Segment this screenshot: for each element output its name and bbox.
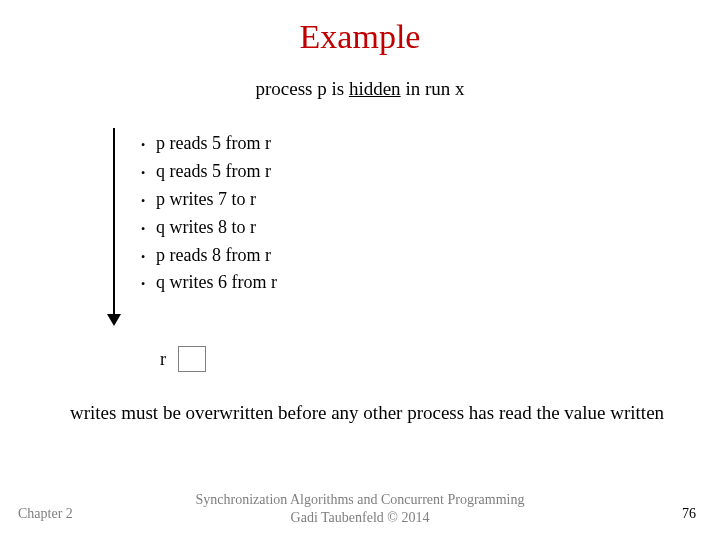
bullet-text: p writes 7 to r — [156, 186, 256, 214]
bullet-icon: • — [130, 220, 156, 239]
bullet-icon: • — [130, 248, 156, 267]
footer-line1: Synchronization Algorithms and Concurren… — [0, 491, 720, 509]
timeline-axis — [113, 128, 115, 316]
bullet-text: q reads 5 from r — [156, 158, 271, 186]
bullet-text: q writes 8 to r — [156, 214, 256, 242]
footer-line2: Gadi Taubenfeld © 2014 — [0, 509, 720, 527]
subtitle-underlined: hidden — [349, 78, 401, 99]
bullet-text: p reads 8 from r — [156, 242, 271, 270]
subtitle-suffix: in run x — [401, 78, 465, 99]
bullet-text: q writes 6 from r — [156, 269, 277, 297]
timeline-arrowhead-icon — [107, 314, 121, 326]
bullet-text: p reads 5 from r — [156, 130, 271, 158]
footer-page-number: 76 — [682, 506, 696, 522]
slide-title: Example — [0, 18, 720, 56]
register-display: r — [160, 346, 206, 372]
bullet-icon: • — [130, 275, 156, 294]
footer-attribution: Synchronization Algorithms and Concurren… — [0, 491, 720, 526]
bullet-icon: • — [130, 164, 156, 183]
list-item: • p reads 5 from r — [130, 130, 277, 158]
register-label: r — [160, 349, 166, 370]
slide-subtitle: process p is hidden in run x — [0, 78, 720, 100]
bullet-icon: • — [130, 136, 156, 155]
list-item: • p writes 7 to r — [130, 186, 277, 214]
list-item: • q writes 6 from r — [130, 269, 277, 297]
bullet-list: • p reads 5 from r • q reads 5 from r • … — [130, 130, 277, 297]
list-item: • p reads 8 from r — [130, 242, 277, 270]
list-item: • q writes 8 to r — [130, 214, 277, 242]
subtitle-prefix: process p is — [256, 78, 349, 99]
bullet-icon: • — [130, 192, 156, 211]
slide-note: writes must be overwritten before any ot… — [70, 400, 680, 426]
list-item: • q reads 5 from r — [130, 158, 277, 186]
register-box-icon — [178, 346, 206, 372]
